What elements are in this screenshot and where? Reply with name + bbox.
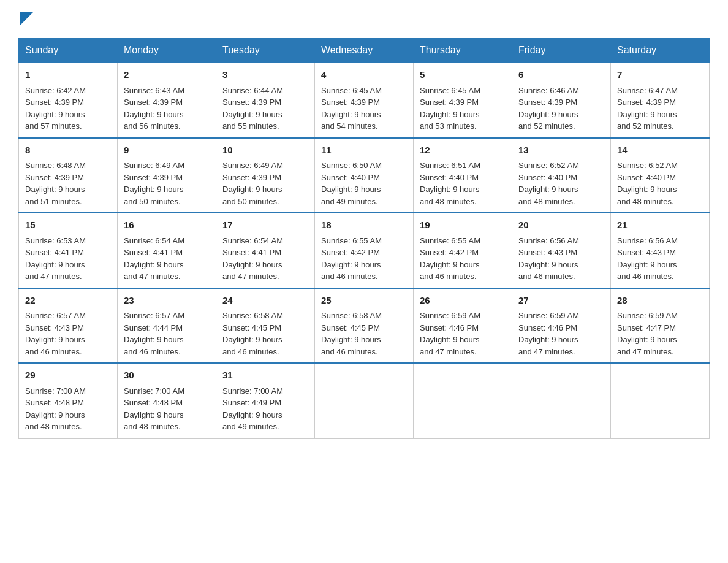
logo-top-row <box>18 12 33 26</box>
logo <box>18 12 33 26</box>
day-cell <box>315 363 414 438</box>
day-number: 6 <box>518 68 604 82</box>
day-cell: 18 Sunrise: 6:55 AM Sunset: 4:42 PM Dayl… <box>315 213 414 288</box>
day-number: 12 <box>420 144 506 158</box>
day-cell: 4 Sunrise: 6:45 AM Sunset: 4:39 PM Dayli… <box>315 63 414 138</box>
day-number: 26 <box>420 294 506 308</box>
day-info: Sunrise: 7:00 AM Sunset: 4:48 PM Dayligh… <box>124 385 210 433</box>
day-number: 2 <box>124 68 210 82</box>
day-number: 16 <box>124 218 210 232</box>
svg-marker-0 <box>20 12 33 26</box>
day-info: Sunrise: 6:51 AM Sunset: 4:40 PM Dayligh… <box>420 159 506 207</box>
day-number: 7 <box>617 68 703 82</box>
day-info: Sunrise: 6:42 AM Sunset: 4:39 PM Dayligh… <box>25 85 111 132</box>
week-row-3: 15 Sunrise: 6:53 AM Sunset: 4:41 PM Dayl… <box>19 213 710 288</box>
day-info: Sunrise: 6:56 AM Sunset: 4:43 PM Dayligh… <box>518 235 604 283</box>
day-cell: 28 Sunrise: 6:59 AM Sunset: 4:47 PM Dayl… <box>611 288 710 364</box>
day-cell: 29 Sunrise: 7:00 AM Sunset: 4:48 PM Dayl… <box>19 363 118 438</box>
day-info: Sunrise: 6:55 AM Sunset: 4:42 PM Dayligh… <box>321 235 407 283</box>
day-number: 8 <box>25 144 111 158</box>
day-number: 25 <box>321 294 407 308</box>
day-number: 31 <box>222 369 308 383</box>
day-number: 23 <box>124 294 210 308</box>
week-row-2: 8 Sunrise: 6:48 AM Sunset: 4:39 PM Dayli… <box>19 138 710 213</box>
day-number: 4 <box>321 68 407 82</box>
day-cell: 26 Sunrise: 6:59 AM Sunset: 4:46 PM Dayl… <box>414 288 512 364</box>
day-cell: 10 Sunrise: 6:49 AM Sunset: 4:39 PM Dayl… <box>216 138 315 213</box>
day-info: Sunrise: 6:45 AM Sunset: 4:39 PM Dayligh… <box>420 85 506 132</box>
day-number: 1 <box>25 68 111 82</box>
day-info: Sunrise: 6:48 AM Sunset: 4:39 PM Dayligh… <box>25 159 111 207</box>
day-cell: 7 Sunrise: 6:47 AM Sunset: 4:39 PM Dayli… <box>611 63 710 138</box>
day-number: 24 <box>222 294 308 308</box>
day-info: Sunrise: 6:58 AM Sunset: 4:45 PM Dayligh… <box>222 310 308 358</box>
day-number: 19 <box>420 218 506 232</box>
day-cell: 5 Sunrise: 6:45 AM Sunset: 4:39 PM Dayli… <box>414 63 512 138</box>
day-number: 9 <box>124 144 210 158</box>
day-info: Sunrise: 6:57 AM Sunset: 4:43 PM Dayligh… <box>25 310 111 358</box>
day-info: Sunrise: 6:53 AM Sunset: 4:41 PM Dayligh… <box>25 235 111 283</box>
header-day-thursday: Thursday <box>414 39 512 63</box>
day-info: Sunrise: 6:54 AM Sunset: 4:41 PM Dayligh… <box>124 235 210 283</box>
day-cell <box>414 363 512 438</box>
day-cell: 31 Sunrise: 7:00 AM Sunset: 4:49 PM Dayl… <box>216 363 315 438</box>
day-number: 20 <box>518 218 604 232</box>
day-info: Sunrise: 6:49 AM Sunset: 4:39 PM Dayligh… <box>124 159 210 207</box>
day-cell: 16 Sunrise: 6:54 AM Sunset: 4:41 PM Dayl… <box>118 213 216 288</box>
header-day-wednesday: Wednesday <box>315 39 414 63</box>
logo-triangle-icon <box>20 12 33 26</box>
day-cell: 6 Sunrise: 6:46 AM Sunset: 4:39 PM Dayli… <box>512 63 611 138</box>
week-row-1: 1 Sunrise: 6:42 AM Sunset: 4:39 PM Dayli… <box>19 63 710 138</box>
day-info: Sunrise: 6:46 AM Sunset: 4:39 PM Dayligh… <box>518 85 604 132</box>
day-info: Sunrise: 6:58 AM Sunset: 4:45 PM Dayligh… <box>321 310 407 358</box>
day-number: 17 <box>222 218 308 232</box>
calendar-table: SundayMondayTuesdayWednesdayThursdayFrid… <box>18 38 710 439</box>
day-info: Sunrise: 7:00 AM Sunset: 4:48 PM Dayligh… <box>25 385 111 433</box>
day-cell: 15 Sunrise: 6:53 AM Sunset: 4:41 PM Dayl… <box>19 213 118 288</box>
day-cell: 11 Sunrise: 6:50 AM Sunset: 4:40 PM Dayl… <box>315 138 414 213</box>
page-header <box>18 12 710 26</box>
day-info: Sunrise: 6:59 AM Sunset: 4:46 PM Dayligh… <box>518 310 604 358</box>
calendar-header: SundayMondayTuesdayWednesdayThursdayFrid… <box>19 39 710 63</box>
day-cell: 21 Sunrise: 6:56 AM Sunset: 4:43 PM Dayl… <box>611 213 710 288</box>
day-info: Sunrise: 6:59 AM Sunset: 4:47 PM Dayligh… <box>617 310 703 358</box>
header-day-friday: Friday <box>512 39 611 63</box>
logo-wrapper <box>18 12 33 26</box>
day-cell: 9 Sunrise: 6:49 AM Sunset: 4:39 PM Dayli… <box>118 138 216 213</box>
day-number: 21 <box>617 218 703 232</box>
day-cell: 14 Sunrise: 6:52 AM Sunset: 4:40 PM Dayl… <box>611 138 710 213</box>
day-cell: 2 Sunrise: 6:43 AM Sunset: 4:39 PM Dayli… <box>118 63 216 138</box>
day-cell: 1 Sunrise: 6:42 AM Sunset: 4:39 PM Dayli… <box>19 63 118 138</box>
day-number: 13 <box>518 144 604 158</box>
day-number: 3 <box>222 68 308 82</box>
day-info: Sunrise: 6:55 AM Sunset: 4:42 PM Dayligh… <box>420 235 506 283</box>
day-cell: 23 Sunrise: 6:57 AM Sunset: 4:44 PM Dayl… <box>118 288 216 364</box>
day-number: 27 <box>518 294 604 308</box>
day-cell: 24 Sunrise: 6:58 AM Sunset: 4:45 PM Dayl… <box>216 288 315 364</box>
week-row-4: 22 Sunrise: 6:57 AM Sunset: 4:43 PM Dayl… <box>19 288 710 364</box>
day-cell: 27 Sunrise: 6:59 AM Sunset: 4:46 PM Dayl… <box>512 288 611 364</box>
day-number: 30 <box>124 369 210 383</box>
day-cell: 13 Sunrise: 6:52 AM Sunset: 4:40 PM Dayl… <box>512 138 611 213</box>
day-info: Sunrise: 6:57 AM Sunset: 4:44 PM Dayligh… <box>124 310 210 358</box>
day-cell: 19 Sunrise: 6:55 AM Sunset: 4:42 PM Dayl… <box>414 213 512 288</box>
day-number: 22 <box>25 294 111 308</box>
header-row: SundayMondayTuesdayWednesdayThursdayFrid… <box>19 39 710 63</box>
day-info: Sunrise: 6:45 AM Sunset: 4:39 PM Dayligh… <box>321 85 407 132</box>
header-day-saturday: Saturday <box>611 39 710 63</box>
day-info: Sunrise: 6:50 AM Sunset: 4:40 PM Dayligh… <box>321 159 407 207</box>
day-cell: 22 Sunrise: 6:57 AM Sunset: 4:43 PM Dayl… <box>19 288 118 364</box>
day-number: 10 <box>222 144 308 158</box>
header-day-tuesday: Tuesday <box>216 39 315 63</box>
day-cell: 25 Sunrise: 6:58 AM Sunset: 4:45 PM Dayl… <box>315 288 414 364</box>
week-row-5: 29 Sunrise: 7:00 AM Sunset: 4:48 PM Dayl… <box>19 363 710 438</box>
day-info: Sunrise: 7:00 AM Sunset: 4:49 PM Dayligh… <box>222 385 308 433</box>
day-cell <box>611 363 710 438</box>
day-info: Sunrise: 6:54 AM Sunset: 4:41 PM Dayligh… <box>222 235 308 283</box>
day-number: 11 <box>321 144 407 158</box>
day-number: 5 <box>420 68 506 82</box>
day-cell: 8 Sunrise: 6:48 AM Sunset: 4:39 PM Dayli… <box>19 138 118 213</box>
day-number: 28 <box>617 294 703 308</box>
day-number: 18 <box>321 218 407 232</box>
day-cell: 20 Sunrise: 6:56 AM Sunset: 4:43 PM Dayl… <box>512 213 611 288</box>
